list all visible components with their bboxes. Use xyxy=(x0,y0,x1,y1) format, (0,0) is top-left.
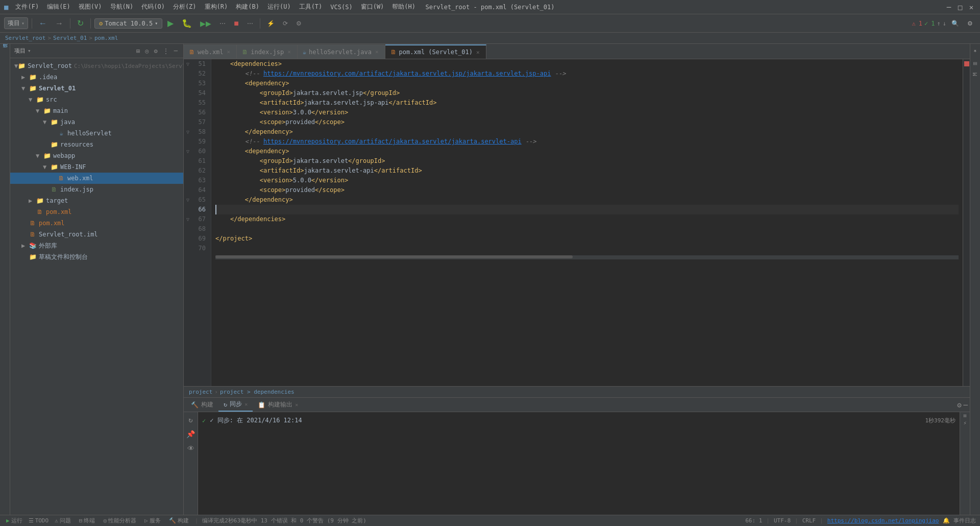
menu-view[interactable]: 视图(V) xyxy=(76,2,105,12)
tab-close-web-xml[interactable]: ✕ xyxy=(226,48,232,56)
pin-action-button[interactable]: 📌 xyxy=(185,428,197,440)
run-status-button[interactable]: ▶ 运行 xyxy=(4,516,24,525)
tree-item-src[interactable]: ▼ 📁 src xyxy=(10,94,183,105)
build-output-tab-close[interactable]: ✕ xyxy=(295,402,298,408)
bottom-settings-button[interactable]: ⚙ xyxy=(957,401,961,409)
right-icon-structure[interactable]: ≣ xyxy=(972,60,978,67)
breadcrumb-dependencies[interactable]: project > dependencies xyxy=(220,389,295,395)
forward-button[interactable]: → xyxy=(52,17,66,30)
todo-button[interactable]: ☰ TODO xyxy=(29,517,49,524)
tree-item-external-libs[interactable]: ▶ 📚 外部库 xyxy=(10,240,183,251)
bottom-minimize-button[interactable]: ─ xyxy=(964,401,968,409)
tree-item-java-folder[interactable]: ▼ 📁 java xyxy=(10,116,183,128)
project-selector[interactable]: 项目 ▾ xyxy=(4,17,28,29)
breadcrumb-root[interactable]: Servlet_root xyxy=(5,35,45,41)
menu-run[interactable]: 运行(U) xyxy=(264,2,294,12)
fold-60[interactable]: ▽ xyxy=(184,147,192,156)
breadcrumb-servlet01[interactable]: Servlet_01 xyxy=(53,35,87,41)
fold-65[interactable]: ▽ xyxy=(184,195,192,205)
tree-item-scratches[interactable]: 📁 草稿文件和控制台 xyxy=(10,251,183,262)
menu-build[interactable]: 构建(B) xyxy=(233,2,262,12)
menu-code[interactable]: 代码(O) xyxy=(138,2,168,12)
back-button[interactable]: ← xyxy=(36,17,50,30)
link-servlet-api[interactable]: https://mvnrepository.com/artifact/jakar… xyxy=(263,137,522,147)
fold-58[interactable]: ▽ xyxy=(184,127,192,137)
run-config-selector[interactable]: ⚙ Tomcat 10.0.5 ▾ xyxy=(94,18,162,29)
error-marker-top[interactable] xyxy=(964,61,969,66)
left-icon-project[interactable]: 项目 xyxy=(1,47,10,56)
run-button[interactable]: ▶ xyxy=(164,17,177,30)
tree-item-indexjsp[interactable]: 🗎 index.jsp xyxy=(10,184,183,195)
tab-close-pom-xml[interactable]: ✕ xyxy=(475,49,481,56)
right-icon-bookmark[interactable]: ★ xyxy=(972,46,978,57)
menu-navigate[interactable]: 导航(N) xyxy=(107,2,137,12)
issues-button[interactable]: ⚠ 问题 xyxy=(53,516,73,525)
tree-item-idea[interactable]: ▶ 📁 .idea xyxy=(10,71,183,83)
terminal-button[interactable]: ⊟ 终端 xyxy=(77,516,97,525)
breadcrumb-project[interactable]: project xyxy=(189,389,212,395)
update-button[interactable]: ⟳ xyxy=(280,17,291,30)
profiler-button[interactable]: ◎ 性能分析器 xyxy=(101,516,138,525)
settings-button[interactable]: ⚙ xyxy=(293,17,305,30)
debug-button[interactable]: 🐛 xyxy=(179,17,195,30)
tree-item-iml[interactable]: 🗎 Servlet_root.iml xyxy=(10,229,183,240)
blog-link[interactable]: https://blog.csdn.net/lonpingjiao xyxy=(827,517,939,524)
tab-helloservlet-java[interactable]: ☕ helloServlet.java ✕ xyxy=(298,44,385,59)
sync-button[interactable]: ↻ xyxy=(74,17,87,30)
tree-item-helloservlet[interactable]: ☕ helloServlet xyxy=(10,128,183,139)
menu-file[interactable]: 文件(F) xyxy=(12,2,42,12)
maximize-button[interactable]: □ xyxy=(955,3,965,12)
menu-help[interactable]: 帮助(H) xyxy=(389,2,419,12)
tab-index-jsp[interactable]: 🗎 index.jsp ✕ xyxy=(237,44,298,59)
services-button[interactable]: ▷ 服务 xyxy=(142,516,163,525)
right-icon-maven[interactable]: M xyxy=(972,70,978,78)
arrow-nav-down[interactable]: ↓ xyxy=(943,20,946,27)
menu-tools[interactable]: 工具(T) xyxy=(296,2,326,12)
tab-web-xml[interactable]: 🗎 web.xml ✕ xyxy=(184,44,237,59)
tree-item-pom-root[interactable]: 🗎 pom.xml xyxy=(10,218,183,229)
bottom-tab-build-output[interactable]: 📋 构建输出 ✕ xyxy=(253,398,303,412)
code-editor[interactable]: <dependencies> <!-- https://mvnrepositor… xyxy=(211,59,963,386)
arrow-nav-up[interactable]: ↑ xyxy=(937,20,941,27)
link-jsp-api[interactable]: https://mvnrepository.com/artifact/jakar… xyxy=(263,69,551,79)
tree-item-webinf[interactable]: ▼ 📁 WEB-INF xyxy=(10,161,183,173)
tree-item-servlet-root[interactable]: ▼ 📁 Servlet_root C:\Users\hoppi\IdeaProj… xyxy=(10,60,183,71)
menu-analyze[interactable]: 分析(Z) xyxy=(170,2,200,12)
build-tool-button[interactable]: 🔨 构建 xyxy=(167,516,191,525)
menu-refactor[interactable]: 重构(R) xyxy=(202,2,231,12)
tree-item-webapp[interactable]: ▼ 📁 webapp xyxy=(10,150,183,161)
bottom-right-icon-2[interactable]: ⚡ xyxy=(962,420,968,426)
more-run-options-button[interactable]: ⋯ xyxy=(216,17,229,30)
bottom-tab-sync[interactable]: ↻ 同步 ✕ xyxy=(218,398,253,412)
breadcrumb-file[interactable]: pom.xml xyxy=(94,35,118,41)
minimize-button[interactable]: ─ xyxy=(944,3,953,12)
more-actions-button[interactable]: ⋯ xyxy=(244,17,256,30)
eye-action-button[interactable]: 👁 xyxy=(185,443,197,454)
search-everywhere-button[interactable]: 🔍 xyxy=(948,17,962,30)
tree-item-pom-servlet01[interactable]: 🗎 pom.xml xyxy=(10,206,183,218)
line-ending-indicator[interactable]: CRLF xyxy=(802,517,816,524)
fold-67[interactable]: ▽ xyxy=(184,214,192,224)
tab-close-helloservlet[interactable]: ✕ xyxy=(374,48,380,56)
tree-item-resources[interactable]: 📁 resources xyxy=(10,139,183,150)
tree-item-main[interactable]: ▼ 📁 main xyxy=(10,105,183,116)
profile-button[interactable]: ⚡ xyxy=(264,17,278,30)
menu-vcs[interactable]: VCS(S) xyxy=(327,3,355,12)
menu-window[interactable]: 窗口(W) xyxy=(358,2,387,12)
line-col-indicator[interactable]: 66: 1 xyxy=(745,517,762,524)
close-button[interactable]: ✕ xyxy=(967,3,976,12)
events-button[interactable]: 🔔 事件日志 xyxy=(943,517,976,524)
sync-tab-close[interactable]: ✕ xyxy=(244,401,248,407)
fold-51[interactable]: ▽ xyxy=(184,59,192,69)
bottom-right-icon-1[interactable]: ≡ xyxy=(962,414,968,418)
locate-file-button[interactable]: ◎ xyxy=(143,47,150,55)
stop-button[interactable]: ■ xyxy=(231,17,242,30)
run-with-coverage-button[interactable]: ▶▶ xyxy=(197,17,214,30)
tree-item-web-xml[interactable]: 🗎 web.xml xyxy=(10,173,183,184)
encoding-indicator[interactable]: UTF-8 xyxy=(774,517,791,524)
tree-item-target[interactable]: ▶ 📁 target xyxy=(10,195,183,206)
tree-item-servlet01[interactable]: ▼ 📁 Servlet_01 xyxy=(10,83,183,94)
tab-close-index-jsp[interactable]: ✕ xyxy=(286,48,292,56)
tab-pom-xml[interactable]: 🗎 pom.xml (Servlet_01) ✕ xyxy=(385,44,486,59)
sidebar-options-button[interactable]: ⋮ xyxy=(161,47,170,55)
